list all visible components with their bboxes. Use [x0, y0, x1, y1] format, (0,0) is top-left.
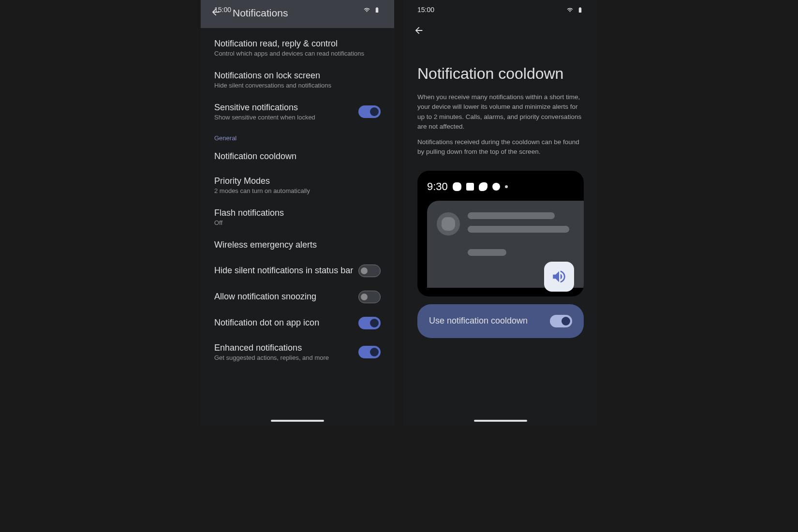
nav-bar[interactable] [271, 420, 324, 422]
status-icons [566, 7, 584, 13]
setting-emergency-alerts[interactable]: Wireless emergency alerts [201, 233, 394, 258]
setting-title: Notification read, reply & control [214, 39, 381, 49]
wifi-icon [566, 7, 574, 13]
setting-title: Notification cooldown [214, 151, 381, 162]
section-header-general: General [201, 128, 394, 145]
preview-icon [479, 182, 488, 191]
setting-hide-silent[interactable]: Hide silent notifications in status bar [201, 258, 394, 284]
preview-time: 9:30 [427, 180, 448, 193]
setting-title: Sensitive notifications [214, 103, 358, 113]
nav-bar[interactable] [474, 420, 527, 422]
description-1: When you receive many notifications with… [404, 92, 597, 137]
setting-subtitle: Off [214, 219, 381, 226]
setting-title: Allow notification snoozing [214, 292, 358, 302]
status-bar: 15:00 [404, 0, 597, 17]
use-cooldown-toggle-card[interactable]: Use notification cooldown [417, 304, 584, 338]
toggle-snoozing[interactable] [358, 291, 381, 303]
setting-subtitle: Get suggested actions, replies, and more [214, 354, 358, 361]
toggle-label: Use notification cooldown [429, 316, 528, 326]
setting-enhanced[interactable]: Enhanced notifications Get suggested act… [201, 336, 394, 368]
volume-icon [544, 262, 574, 292]
setting-title: Enhanced notifications [214, 343, 358, 353]
preview-line [468, 226, 569, 233]
preview-card: 9:30 [417, 171, 584, 296]
setting-title: Priority Modes [214, 176, 381, 186]
app-header [404, 17, 597, 45]
description-2: Notifications received during the cooldo… [404, 137, 597, 163]
setting-subtitle: Hide silent conversations and notificati… [214, 82, 381, 89]
toggle-dot[interactable] [358, 317, 381, 329]
setting-dot[interactable]: Notification dot on app icon [201, 310, 394, 336]
setting-title: Wireless emergency alerts [214, 240, 381, 250]
toggle-hide-silent[interactable] [358, 265, 381, 277]
setting-title: Hide silent notifications in status bar [214, 266, 358, 276]
battery-icon [576, 7, 584, 13]
setting-title: Flash notifications [214, 208, 381, 218]
status-icons [363, 6, 381, 14]
toggle-use-cooldown[interactable] [550, 315, 572, 327]
preview-notification [427, 201, 584, 288]
setting-title: Notifications on lock screen [214, 71, 381, 81]
setting-cooldown[interactable]: Notification cooldown [201, 145, 394, 169]
preview-icon [505, 185, 508, 188]
preview-line [468, 249, 506, 256]
settings-list: Notification read, reply & control Contr… [201, 28, 394, 372]
setting-title: Notification dot on app icon [214, 318, 358, 328]
preview-avatar [437, 212, 460, 236]
preview-icon [466, 183, 474, 191]
toggle-enhanced[interactable] [358, 346, 381, 358]
setting-subtitle: Control which apps and devices can read … [214, 50, 381, 57]
setting-subtitle: 2 modes can turn on automatically [214, 187, 381, 194]
back-arrow-icon[interactable] [414, 25, 424, 38]
phone-screen-cooldown: 15:00 Notification cooldown When you rec… [404, 0, 597, 426]
setting-priority-modes[interactable]: Priority Modes 2 modes can turn on autom… [201, 169, 394, 201]
status-time: 15:00 [214, 6, 231, 14]
wifi-icon [363, 7, 370, 13]
preview-icon [492, 183, 500, 191]
setting-lock-screen[interactable]: Notifications on lock screen Hide silent… [201, 64, 394, 96]
setting-sensitive[interactable]: Sensitive notifications Show sensitive c… [201, 96, 394, 128]
setting-notification-read[interactable]: Notification read, reply & control Contr… [201, 32, 394, 64]
preview-icon [453, 182, 461, 191]
page-title: Notification cooldown [404, 45, 597, 92]
setting-subtitle: Show sensitive content when locked [214, 114, 358, 121]
setting-snoozing[interactable]: Allow notification snoozing [201, 284, 394, 310]
battery-icon [373, 7, 381, 13]
app-header: 15:00 Notifications [201, 0, 394, 28]
preview-status-bar: 9:30 [417, 180, 584, 201]
status-time: 15:00 [417, 6, 434, 14]
toggle-sensitive[interactable] [358, 105, 381, 118]
phone-screen-notifications: 15:00 Notifications Notification read, r… [201, 0, 394, 426]
preview-line [468, 212, 555, 219]
setting-flash[interactable]: Flash notifications Off [201, 201, 394, 233]
